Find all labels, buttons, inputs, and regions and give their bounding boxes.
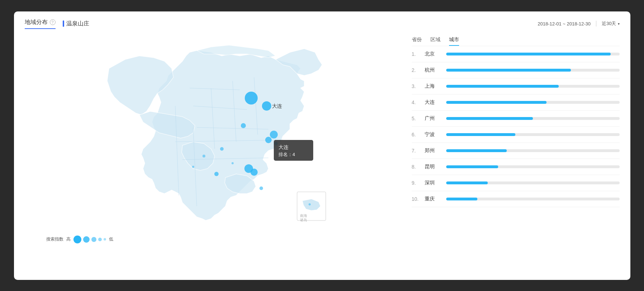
rank-bar-container (446, 101, 620, 104)
rank-row: 1.北京 (412, 46, 620, 62)
rank-row: 9.深圳 (412, 175, 620, 191)
venue-name: 温泉山庄 (66, 20, 89, 28)
map-dot-beijing (245, 92, 258, 105)
rank-bar-container (446, 85, 620, 88)
top-right: 2018-12-01 ~ 2018-12-30 近30天 (538, 20, 619, 27)
page-title-text: 地域分布 (25, 19, 48, 26)
map-dot-chongqing (220, 147, 224, 151)
period-button[interactable]: 近30天 (602, 20, 619, 27)
rank-bar-container (446, 198, 620, 200)
rank-city-name: 北京 (425, 51, 446, 57)
rank-row: 4.大连 (412, 94, 620, 111)
rank-city-name: 重庆 (425, 196, 446, 202)
table-area: 省份 区域 城市 1.北京2.杭州3.上海4.大连5.广州6.宁波7.郑州8.昆… (412, 34, 620, 251)
svg-text:大连: 大连 (278, 144, 288, 150)
svg-text:大连: 大连 (272, 103, 282, 109)
svg-rect-14 (274, 140, 313, 161)
map-dot-south (259, 186, 263, 190)
legend-title: 搜索指数 (46, 236, 63, 242)
rank-row: 8.昆明 (412, 159, 620, 175)
china-map: 大连 (25, 34, 405, 249)
svg-point-13 (232, 162, 234, 164)
rank-row: 5.广州 (412, 111, 620, 127)
rank-bar-fill (446, 85, 559, 88)
legend-dots (73, 236, 106, 243)
rank-bar-fill (446, 149, 507, 152)
dot-2 (83, 236, 90, 243)
rank-bar-container (446, 133, 620, 136)
map-dot-kunming (214, 172, 219, 176)
rank-bar-fill (446, 117, 533, 120)
rank-city-name: 大连 (425, 99, 446, 106)
rank-city-name: 宁波 (425, 131, 446, 138)
rank-number: 2. (412, 67, 425, 73)
rank-bar-container (446, 181, 620, 184)
svg-point-11 (202, 155, 205, 157)
rank-city-name: 杭州 (425, 67, 446, 73)
map-dot-dalian (262, 101, 271, 111)
rank-bar-container (446, 117, 620, 120)
map-dot-shanghai (270, 131, 278, 139)
rank-bar-container (446, 149, 620, 152)
rank-bar-fill (446, 198, 477, 200)
rank-list: 1.北京2.杭州3.上海4.大连5.广州6.宁波7.郑州8.昆明9.深圳10.重… (412, 46, 620, 207)
top-bar: 地域分布 ? 温泉山庄 2018-12-01 ~ 2018-12-30 近30天 (25, 19, 620, 29)
tab-region[interactable]: 区域 (430, 34, 440, 46)
page-title: 地域分布 ? (25, 19, 56, 26)
rank-row: 10.重庆 (412, 191, 620, 207)
rank-bar-container (446, 69, 620, 72)
rank-number: 1. (412, 51, 425, 57)
map-dot-shenzhen (251, 169, 258, 176)
rank-row: 7.郑州 (412, 143, 620, 159)
tab-province[interactable]: 省份 (412, 34, 422, 46)
rank-number: 5. (412, 116, 425, 121)
svg-text:南海: 南海 (300, 214, 307, 218)
main-card: 地域分布 ? 温泉山庄 2018-12-01 ~ 2018-12-30 近30天 (14, 11, 630, 280)
venue-bar-icon (63, 20, 64, 27)
date-range: 2018-12-01 ~ 2018-12-30 (538, 21, 591, 26)
rank-bar-fill (446, 181, 488, 184)
rank-bar-container (446, 53, 620, 55)
legend-low: 低 (109, 236, 113, 242)
svg-text:诸岛: 诸岛 (300, 218, 307, 222)
rank-number: 8. (412, 164, 425, 170)
rank-number: 10. (412, 196, 425, 202)
rank-bar-fill (446, 101, 547, 104)
rank-bar-container (446, 165, 620, 168)
dot-5 (104, 238, 106, 241)
dot-3 (91, 237, 96, 242)
rank-number: 9. (412, 180, 425, 186)
rank-row: 2.杭州 (412, 62, 620, 78)
top-left: 地域分布 ? 温泉山庄 (25, 19, 89, 29)
svg-point-20 (309, 203, 311, 205)
rank-row: 6.宁波 (412, 127, 620, 143)
rank-number: 6. (412, 132, 425, 137)
rank-bar-fill (446, 69, 571, 72)
rank-bar-fill (446, 53, 611, 55)
vertical-divider (596, 21, 596, 26)
rank-number: 7. (412, 148, 425, 154)
rank-city-name: 广州 (425, 115, 446, 122)
svg-text:排名：4: 排名：4 (278, 152, 295, 157)
rank-bar-fill (446, 133, 516, 136)
dot-1 (73, 236, 81, 243)
svg-point-12 (192, 166, 194, 168)
rank-number: 3. (412, 83, 425, 89)
rank-number: 4. (412, 100, 425, 105)
rank-city-name: 深圳 (425, 180, 446, 186)
venue-title: 温泉山庄 (63, 20, 89, 28)
dot-4 (98, 238, 102, 241)
map-dot-hangzhou (265, 137, 272, 143)
title-section: 地域分布 ? (25, 19, 56, 29)
map-legend: 搜索指数 高 低 (46, 236, 113, 243)
rank-city-name: 郑州 (425, 147, 446, 154)
tab-city[interactable]: 城市 (449, 34, 459, 46)
map-area: 大连 (25, 34, 405, 251)
content-area: 大连 (25, 34, 620, 251)
rank-row: 3.上海 (412, 78, 620, 94)
help-icon[interactable]: ? (50, 19, 56, 25)
rank-city-name: 上海 (425, 83, 446, 89)
tab-bar: 省份 区域 城市 (412, 34, 620, 46)
rank-city-name: 昆明 (425, 164, 446, 170)
rank-bar-fill (446, 165, 498, 168)
